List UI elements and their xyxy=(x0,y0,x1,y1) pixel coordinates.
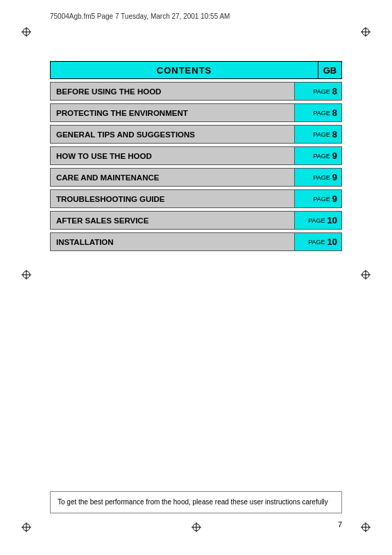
page-word: PAGE xyxy=(313,131,330,138)
toc-row: BEFORE USING THE HOODPAGE8 xyxy=(50,82,342,101)
toc-row: INSTALLATIONPAGE10 xyxy=(50,232,342,251)
toc-row-page: PAGE9 xyxy=(294,169,341,186)
page-num: 8 xyxy=(332,108,337,118)
toc-row: GENERAL TIPS AND SUGGESTIONSPAGE8 xyxy=(50,125,342,144)
page-num: 10 xyxy=(327,215,337,225)
toc-row-page: PAGE9 xyxy=(294,147,341,164)
toc-row: PROTECTING THE ENVIRONMENTPAGE8 xyxy=(50,103,342,122)
reg-mark-top-right xyxy=(360,26,371,37)
toc-row-label: PROTECTING THE ENVIRONMENT xyxy=(51,104,294,121)
header-file-info: 75004Agb.fm5 Page 7 Tuesday, March 27, 2… xyxy=(50,12,230,20)
page-word: PAGE xyxy=(313,110,330,117)
toc-row-page: PAGE10 xyxy=(294,233,341,250)
toc-row: HOW TO USE THE HOODPAGE9 xyxy=(50,146,342,165)
toc-row-page: PAGE9 xyxy=(294,190,341,207)
toc-row-label: AFTER SALES SERVICE xyxy=(51,212,294,229)
toc-row: AFTER SALES SERVICEPAGE10 xyxy=(50,211,342,230)
toc-row-label: GENERAL TIPS AND SUGGESTIONS xyxy=(51,126,294,143)
page-num: 9 xyxy=(332,194,337,204)
page-word: PAGE xyxy=(313,174,330,181)
reg-mark-bot-center xyxy=(191,522,202,533)
reg-mark-top-left xyxy=(21,26,32,37)
reg-mark-bot-left xyxy=(21,522,32,533)
toc-row-label: BEFORE USING THE HOOD xyxy=(51,83,294,100)
page-num: 8 xyxy=(332,129,337,139)
toc-row: CARE AND MAINTENANCEPAGE9 xyxy=(50,168,342,187)
toc-row-page: PAGE8 xyxy=(294,104,341,121)
page-word: PAGE xyxy=(308,239,325,246)
toc-row-page: PAGE10 xyxy=(294,212,341,229)
bottom-note: To get the best performance from the hoo… xyxy=(50,491,342,513)
contents-gb-label: GB xyxy=(318,62,341,78)
page-word: PAGE xyxy=(313,153,330,160)
reg-mark-mid-left xyxy=(21,269,32,280)
contents-header: CONTENTS GB xyxy=(50,61,342,79)
page-num: 9 xyxy=(332,151,337,161)
reg-mark-mid-right xyxy=(360,269,371,280)
page-num: 10 xyxy=(327,237,337,247)
toc-row: TROUBLESHOOTING GUIDEPAGE9 xyxy=(50,189,342,208)
toc-rows: BEFORE USING THE HOODPAGE8PROTECTING THE… xyxy=(50,82,342,251)
page-num: 9 xyxy=(332,172,337,182)
contents-title: CONTENTS xyxy=(51,62,318,78)
page: 75004Agb.fm5 Page 7 Tuesday, March 27, 2… xyxy=(0,0,392,555)
toc-row-page: PAGE8 xyxy=(294,83,341,100)
toc-row-label: CARE AND MAINTENANCE xyxy=(51,169,294,186)
toc-row-label: TROUBLESHOOTING GUIDE xyxy=(51,190,294,207)
reg-mark-bot-right xyxy=(360,522,371,533)
toc-row-label: INSTALLATION xyxy=(51,233,294,250)
toc-row-label: HOW TO USE THE HOOD xyxy=(51,147,294,164)
page-word: PAGE xyxy=(313,196,330,203)
content-area: CONTENTS GB BEFORE USING THE HOODPAGE8PR… xyxy=(50,61,342,251)
page-word: PAGE xyxy=(308,217,325,224)
page-number: 7 xyxy=(338,520,342,529)
page-word: PAGE xyxy=(313,88,330,95)
toc-row-page: PAGE8 xyxy=(294,126,341,143)
page-num: 8 xyxy=(332,86,337,96)
